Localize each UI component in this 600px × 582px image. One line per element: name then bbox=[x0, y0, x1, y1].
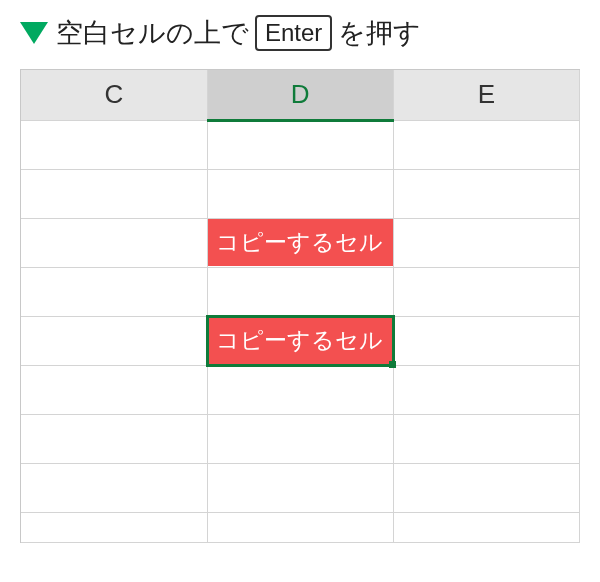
cell-content: コピーするセル bbox=[208, 219, 393, 266]
table-row bbox=[21, 365, 580, 414]
caption-after: を押す bbox=[338, 15, 421, 51]
table-row bbox=[21, 267, 580, 316]
cell[interactable] bbox=[207, 120, 393, 169]
cell[interactable] bbox=[207, 512, 393, 542]
cell[interactable] bbox=[21, 169, 207, 218]
cell[interactable] bbox=[393, 169, 579, 218]
cell[interactable] bbox=[393, 316, 579, 365]
column-header-row: C D E bbox=[21, 70, 580, 120]
cell[interactable] bbox=[393, 463, 579, 512]
cell[interactable] bbox=[207, 414, 393, 463]
cell[interactable] bbox=[21, 463, 207, 512]
instruction-caption: 空白セルの上で Enter を押す bbox=[20, 15, 580, 51]
triangle-down-icon bbox=[20, 22, 48, 44]
cell[interactable] bbox=[393, 218, 579, 267]
column-header-d[interactable]: D bbox=[207, 70, 393, 120]
cell[interactable] bbox=[21, 414, 207, 463]
cell[interactable] bbox=[21, 120, 207, 169]
table-row: コピーするセル bbox=[21, 218, 580, 267]
enter-key-label: Enter bbox=[255, 15, 332, 50]
cell[interactable] bbox=[21, 365, 207, 414]
table-row bbox=[21, 463, 580, 512]
table-row bbox=[21, 512, 580, 542]
cell[interactable] bbox=[21, 316, 207, 365]
caption-before: 空白セルの上で bbox=[56, 15, 249, 51]
cell[interactable] bbox=[207, 463, 393, 512]
column-header-c[interactable]: C bbox=[21, 70, 207, 120]
table-row bbox=[21, 169, 580, 218]
cell[interactable] bbox=[21, 267, 207, 316]
table-row bbox=[21, 120, 580, 169]
cell[interactable] bbox=[207, 365, 393, 414]
cell[interactable] bbox=[393, 512, 579, 542]
column-header-e[interactable]: E bbox=[393, 70, 579, 120]
cell[interactable] bbox=[393, 414, 579, 463]
spreadsheet-grid[interactable]: C D E コピーするセル bbox=[20, 69, 580, 543]
cell-content: コピーするセル bbox=[208, 317, 393, 364]
cell[interactable] bbox=[21, 218, 207, 267]
cell-active-selection[interactable]: コピーするセル bbox=[207, 316, 393, 365]
table-row: コピーするセル bbox=[21, 316, 580, 365]
cell[interactable] bbox=[393, 120, 579, 169]
cell[interactable] bbox=[207, 169, 393, 218]
table-row bbox=[21, 414, 580, 463]
cell[interactable] bbox=[393, 267, 579, 316]
cell-copy-source[interactable]: コピーするセル bbox=[207, 218, 393, 267]
cell[interactable] bbox=[21, 512, 207, 542]
cell[interactable] bbox=[393, 365, 579, 414]
cell[interactable] bbox=[207, 267, 393, 316]
